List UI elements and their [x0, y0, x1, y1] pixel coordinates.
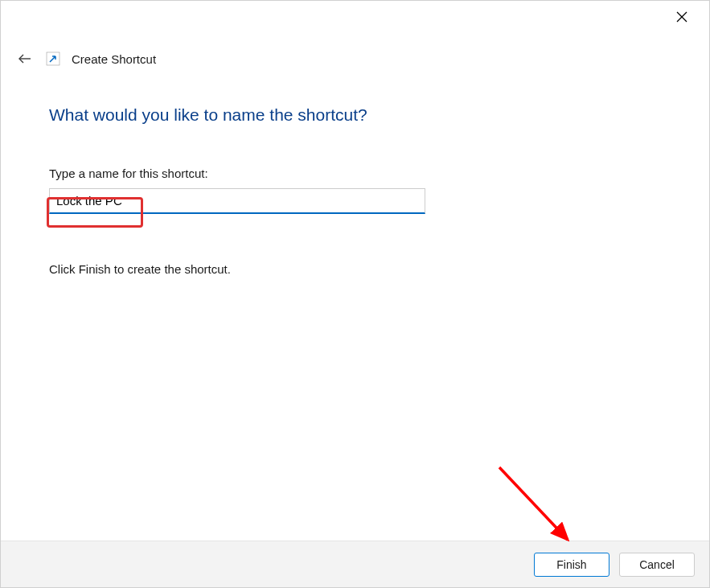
back-arrow-icon: [17, 51, 33, 67]
content-area: What would you like to name the shortcut…: [1, 81, 709, 541]
shortcut-icon: [46, 51, 60, 66]
titlebar: [1, 1, 709, 33]
wizard-footer: Finish Cancel: [1, 541, 709, 587]
create-shortcut-wizard-window: Create Shortcut What would you like to n…: [0, 0, 710, 588]
back-button[interactable]: [15, 49, 35, 68]
instruction-text: Click Finish to create the shortcut.: [49, 262, 661, 276]
page-title: Create Shortcut: [72, 52, 156, 66]
close-button[interactable]: [669, 4, 695, 30]
name-field-label: Type a name for this shortcut:: [49, 167, 661, 180]
close-icon: [676, 11, 687, 23]
shortcut-name-input[interactable]: [49, 188, 425, 214]
header-row: Create Shortcut: [1, 33, 709, 81]
finish-button[interactable]: Finish: [534, 553, 609, 577]
cancel-button[interactable]: Cancel: [619, 553, 695, 577]
wizard-heading: What would you like to name the shortcut…: [49, 105, 661, 125]
